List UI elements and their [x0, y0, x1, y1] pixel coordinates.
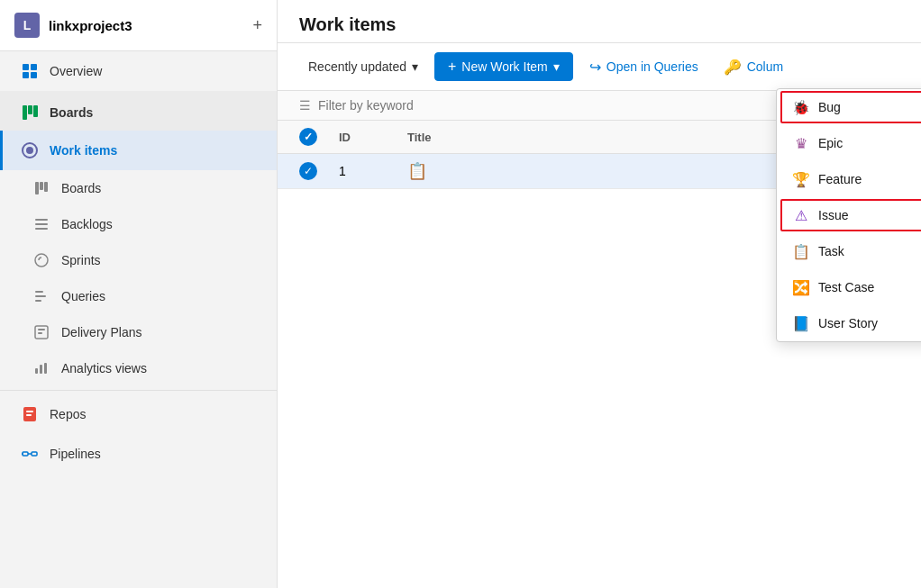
main-content: Work items Recently updated ▾ + New Work…	[278, 0, 921, 588]
svg-rect-26	[26, 411, 33, 412]
sidebar-item-boards-sub[interactable]: Boards	[0, 170, 277, 206]
project-avatar: L	[14, 13, 40, 38]
sidebar-item-repos[interactable]: Repos	[0, 394, 277, 434]
svg-rect-2	[23, 72, 29, 78]
user-story-label: User Story	[818, 316, 878, 330]
work-items-label: Work items	[50, 143, 117, 158]
overview-icon	[21, 62, 39, 80]
analytics-views-label: Analytics views	[61, 361, 147, 375]
svg-rect-10	[40, 182, 43, 190]
row-id: 1	[339, 164, 393, 178]
header-checkbox: ✓	[299, 128, 324, 146]
columns-button[interactable]: 🔑 Colum	[715, 53, 792, 81]
svg-rect-14	[35, 228, 48, 230]
backlogs-icon	[32, 215, 50, 233]
boards-section-label: Boards	[50, 105, 93, 120]
dropdown-item-user-story[interactable]: 📘 User Story	[777, 305, 921, 341]
dropdown-item-task[interactable]: 📋 Task	[777, 233, 921, 269]
issue-icon: ⚠	[793, 207, 809, 223]
row-check-icon: ✓	[299, 162, 317, 180]
svg-rect-18	[35, 300, 41, 302]
repos-icon	[21, 405, 39, 423]
queries-label: Queries	[61, 289, 105, 303]
svg-rect-3	[31, 72, 37, 78]
svg-rect-27	[26, 414, 32, 416]
plus-icon: +	[448, 59, 456, 75]
svg-rect-23	[40, 365, 42, 374]
sidebar-item-delivery-plans[interactable]: Delivery Plans	[0, 314, 277, 350]
sidebar-header: L linkxproject3 +	[0, 0, 277, 51]
new-work-item-chevron-icon: ▾	[553, 59, 560, 74]
add-project-button[interactable]: +	[252, 16, 262, 35]
sprints-label: Sprints	[61, 253, 101, 267]
svg-rect-11	[44, 182, 48, 192]
open-in-queries-button[interactable]: ↪ Open in Queries	[580, 53, 707, 81]
task-label: Task	[818, 244, 844, 258]
analytics-icon	[32, 359, 50, 377]
sidebar-item-boards-section[interactable]: Boards	[0, 91, 277, 131]
boards-sub-label: Boards	[61, 181, 101, 195]
delivery-plans-label: Delivery Plans	[61, 325, 141, 339]
dropdown-item-bug[interactable]: 🐞 Bug	[780, 91, 921, 123]
sidebar-item-sprints[interactable]: Sprints	[0, 242, 277, 278]
dropdown-item-feature[interactable]: 🏆 Feature	[777, 161, 921, 197]
svg-point-8	[26, 147, 33, 154]
recently-updated-button[interactable]: Recently updated ▾	[299, 54, 427, 79]
recently-updated-chevron-icon: ▾	[412, 59, 418, 74]
row-checkbox: ✓	[299, 162, 324, 180]
page-title: Work items	[299, 14, 899, 35]
epic-label: Epic	[818, 136, 843, 150]
header-id: ID	[339, 131, 393, 144]
boards-sub-icon	[32, 179, 50, 197]
new-work-item-label: New Work Item	[461, 59, 547, 74]
sidebar-item-analytics-views[interactable]: Analytics views	[0, 350, 277, 386]
svg-point-15	[35, 254, 48, 267]
sidebar-item-pipelines[interactable]: Pipelines	[0, 434, 277, 474]
test-case-icon: 🔀	[793, 279, 809, 295]
dropdown-item-issue[interactable]: ⚠ Issue	[780, 199, 921, 231]
backlogs-label: Backlogs	[61, 217, 113, 231]
pipelines-label: Pipelines	[50, 447, 101, 461]
svg-rect-12	[35, 219, 48, 221]
boards-section-icon	[21, 104, 39, 122]
user-story-icon: 📘	[793, 315, 809, 331]
workitems-icon	[21, 141, 39, 159]
new-work-item-button[interactable]: + New Work Item ▾	[434, 52, 573, 81]
task-icon: 📋	[793, 243, 809, 259]
svg-rect-20	[38, 329, 45, 330]
svg-rect-4	[23, 105, 27, 120]
sidebar: L linkxproject3 + Overview Boards Work i…	[0, 0, 278, 588]
repos-label: Repos	[50, 407, 86, 421]
sidebar-item-overview[interactable]: Overview	[0, 51, 277, 91]
test-case-label: Test Case	[818, 280, 874, 294]
delivery-icon	[32, 323, 50, 341]
open-queries-label: Open in Queries	[606, 59, 698, 74]
filter-input[interactable]	[318, 98, 498, 113]
svg-rect-22	[35, 368, 38, 374]
new-work-item-dropdown: 🐞 Bug ♛ Epic 🏆 Feature ⚠ Issue 📋 Task 🔀 …	[776, 88, 921, 342]
svg-rect-13	[35, 223, 48, 225]
dropdown-item-test-case[interactable]: 🔀 Test Case	[777, 269, 921, 305]
pipelines-icon	[21, 445, 39, 463]
epic-icon: ♛	[793, 135, 809, 151]
issue-label: Issue	[818, 208, 848, 222]
svg-rect-0	[23, 64, 29, 70]
sidebar-item-queries[interactable]: Queries	[0, 278, 277, 314]
bug-label: Bug	[818, 100, 841, 114]
columns-label: Colum	[747, 59, 783, 74]
filter-icon: ☰	[299, 98, 311, 113]
feature-icon: 🏆	[793, 171, 809, 187]
sidebar-item-backlogs[interactable]: Backlogs	[0, 206, 277, 242]
svg-rect-16	[35, 291, 43, 293]
check-all-icon[interactable]: ✓	[299, 128, 317, 146]
svg-rect-17	[35, 295, 46, 297]
svg-rect-1	[31, 64, 37, 70]
project-name: linkxproject3	[49, 18, 243, 33]
svg-rect-6	[33, 105, 38, 117]
sidebar-item-work-items[interactable]: Work items	[0, 131, 277, 170]
svg-point-31	[22, 453, 23, 455]
feature-label: Feature	[818, 172, 862, 186]
recently-updated-label: Recently updated	[308, 59, 406, 74]
dropdown-item-epic[interactable]: ♛ Epic	[777, 125, 921, 161]
page-header: Work items	[278, 0, 921, 43]
